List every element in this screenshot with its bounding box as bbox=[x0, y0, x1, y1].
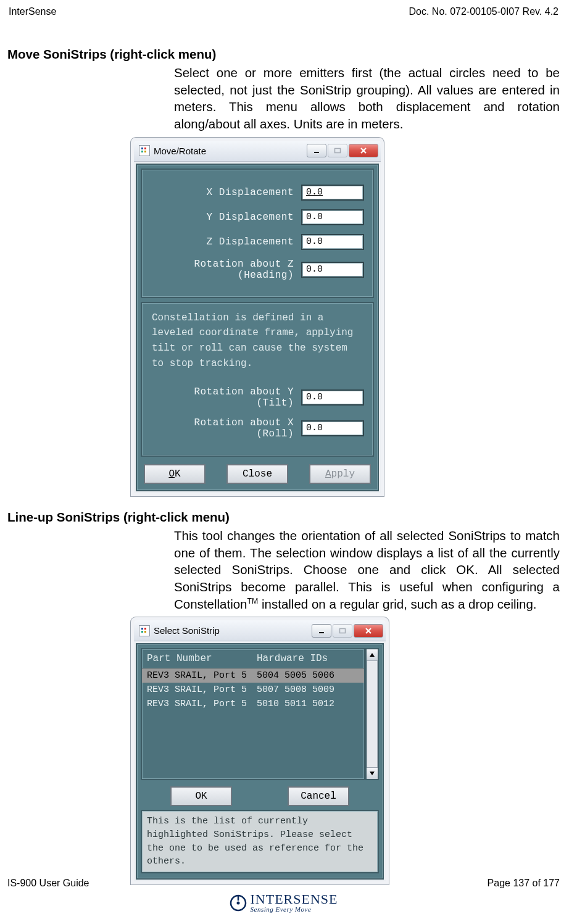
tilt-roll-warning: Constellation is defined in a leveled co… bbox=[147, 309, 368, 378]
select-sonistrip-dialog: Select SoniStrip Part Number Hardware bbox=[131, 617, 389, 884]
rotation-x-label: Rotation about X (Roll) bbox=[151, 417, 294, 439]
list-item[interactable]: REV3 SRAIL, Port 55007 5008 5009 bbox=[142, 683, 364, 697]
maximize-button[interactable] bbox=[328, 144, 347, 157]
trademark-symbol: TM bbox=[247, 597, 259, 606]
section2-text: This tool changes the orientation of all… bbox=[174, 527, 560, 612]
dialog1-titlebar[interactable]: Move/Rotate bbox=[134, 141, 381, 162]
section1-text: Select one or more emitters first (the a… bbox=[174, 64, 560, 133]
list-header: Part Number Hardware IDs bbox=[142, 649, 364, 668]
y-displacement-input[interactable]: 0.0 bbox=[301, 209, 364, 225]
ok-button[interactable]: OK bbox=[144, 464, 205, 484]
close-dialog-button[interactable]: Close bbox=[226, 464, 288, 484]
minimize-button[interactable] bbox=[312, 624, 331, 638]
z-displacement-input[interactable]: 0.0 bbox=[301, 234, 364, 250]
rotation-y-label: Rotation about Y (Tilt) bbox=[151, 386, 294, 409]
cancel-button[interactable]: Cancel bbox=[288, 786, 349, 806]
scroll-up-icon[interactable] bbox=[367, 649, 378, 661]
svg-rect-3 bbox=[340, 628, 346, 633]
svg-point-5 bbox=[236, 901, 239, 904]
rotation-z-label: Rotation about Z (Heading) bbox=[151, 259, 294, 281]
rotation-x-input[interactable]: 0.0 bbox=[301, 420, 364, 436]
scrollbar[interactable] bbox=[365, 648, 379, 780]
apply-button[interactable]: Apply bbox=[309, 464, 371, 484]
close-button[interactable] bbox=[349, 144, 378, 157]
x-displacement-label: X Displacement bbox=[151, 187, 294, 198]
rotation-y-input[interactable]: 0.0 bbox=[301, 389, 364, 406]
footer-left: IS-900 User Guide bbox=[7, 878, 89, 889]
list-item[interactable]: REV3 SRAIL, Port 55010 5011 5012 bbox=[142, 697, 364, 711]
logo-text-main: INTERSENSE bbox=[251, 893, 338, 906]
z-displacement-label: Z Displacement bbox=[151, 236, 294, 248]
move-rotate-dialog: Move/Rotate X Displacement 0.0 bbox=[131, 138, 384, 496]
svg-rect-1 bbox=[335, 149, 341, 153]
dialog2-titlebar[interactable]: Select SoniStrip bbox=[134, 620, 386, 641]
header-right: Doc. No. 072-00105-0I07 Rev. 4.2 bbox=[409, 6, 558, 17]
dialog2-title: Select SoniStrip bbox=[154, 625, 308, 636]
rotation-z-input[interactable]: 0.0 bbox=[301, 262, 364, 278]
maximize-button[interactable] bbox=[333, 624, 352, 638]
section2-heading: Line-up SoniStrips (right-click menu) bbox=[7, 510, 560, 525]
list-item[interactable]: REV3 SRAIL, Port 55004 5005 5006 bbox=[142, 668, 364, 683]
x-displacement-input[interactable]: 0.0 bbox=[301, 185, 364, 201]
intersense-logo: INTERSENSE Sensing Every Move bbox=[230, 893, 338, 913]
minimize-button[interactable] bbox=[307, 144, 326, 157]
dialog2-footnote: This is the list of currently highlighte… bbox=[141, 810, 379, 873]
header-left: InterSense bbox=[9, 6, 56, 17]
section1-heading: Move SoniStrips (right-click menu) bbox=[7, 47, 560, 62]
sonistrip-list[interactable]: Part Number Hardware IDs REV3 SRAIL, Por… bbox=[141, 648, 365, 780]
app-icon bbox=[139, 625, 150, 636]
footer-right: Page 137 of 177 bbox=[488, 878, 560, 889]
ok-button[interactable]: OK bbox=[170, 786, 232, 806]
logo-icon bbox=[230, 894, 247, 912]
y-displacement-label: Y Displacement bbox=[151, 212, 294, 223]
dialog1-title: Move/Rotate bbox=[154, 146, 303, 156]
logo-text-sub: Sensing Every Move bbox=[251, 906, 338, 913]
scroll-down-icon[interactable] bbox=[367, 767, 378, 779]
app-icon bbox=[139, 145, 150, 156]
close-button[interactable] bbox=[354, 624, 383, 638]
